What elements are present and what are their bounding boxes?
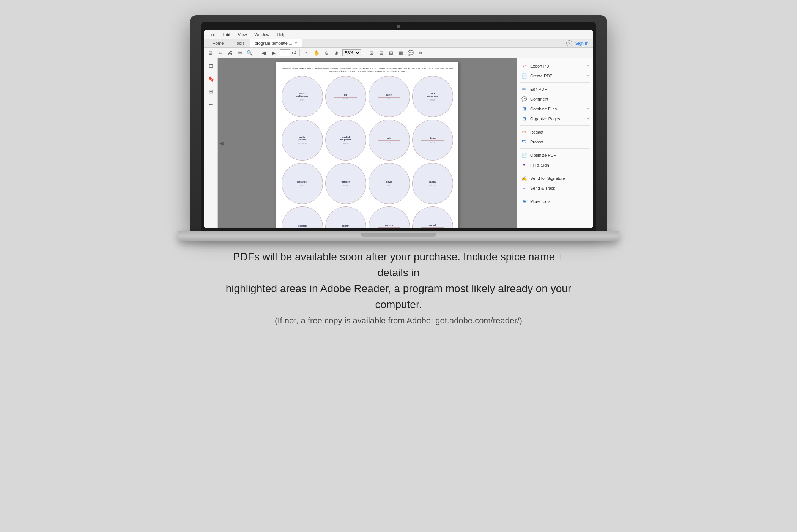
tool-icon-export-pdf: ↗ — [521, 63, 527, 69]
tab-document[interactable]: program-template-... × — [250, 39, 302, 47]
zoom-in-icon[interactable]: ⊕ — [332, 49, 340, 57]
menu-view[interactable]: View — [236, 31, 249, 38]
spice-type: HERB — [343, 185, 348, 186]
spice-name: sea salt — [429, 224, 436, 227]
email-icon[interactable]: ✉ — [236, 49, 244, 57]
menu-edit[interactable]: Edit — [222, 31, 232, 38]
tool-label: Combine Files — [530, 107, 584, 111]
tool-item-organize-pages[interactable]: ⊡Organize Pages▾ — [517, 114, 593, 124]
sidebar-signatures-icon[interactable]: ✒ — [206, 100, 216, 109]
tool-item-protect[interactable]: 🛡Protect — [517, 137, 593, 147]
tool-divider — [520, 148, 590, 149]
spice-divider-line — [421, 99, 444, 99]
back-icon[interactable]: ↩ — [216, 49, 224, 57]
spice-name: parsley — [429, 181, 436, 183]
menu-help[interactable]: Help — [275, 31, 287, 38]
spice-type: HERB — [430, 185, 435, 186]
tool-icon-send-for-signature: ✍ — [521, 175, 527, 181]
spice-label: garlic powderSEASONING — [282, 120, 323, 161]
tool-item-send-&-track[interactable]: →Send & Track — [517, 183, 593, 193]
spice-label: crushed red pepperSPICE — [325, 120, 367, 161]
menu-bar: File Edit View Window Help — [204, 30, 593, 39]
spice-label: dillHERB — [325, 76, 367, 117]
spice-type: SPICE — [343, 143, 348, 145]
laptop-screen: File Edit View Window Help Home Tools pr… — [201, 22, 596, 231]
zoom-select[interactable]: 58% — [342, 49, 361, 56]
compare-icon[interactable]: ⊟ — [387, 49, 395, 57]
tool-item-export-pdf[interactable]: ↗Export PDF▾ — [517, 61, 593, 71]
snapshot-icon[interactable]: ⊞ — [377, 49, 385, 57]
tab-home[interactable]: Home — [207, 39, 229, 47]
tab-bar: Home Tools program-template-... × ? Sign… — [204, 39, 593, 48]
help-icon[interactable]: ? — [566, 40, 572, 46]
page-nav: / 4 — [280, 49, 296, 56]
bottom-main-line1: PDFs will be available soon after your p… — [216, 249, 581, 281]
spice-grid: ancho chili pepperSPICEdillHERBcuminSPIC… — [282, 76, 453, 228]
spice-divider-line — [291, 99, 313, 99]
camera — [397, 25, 400, 28]
spice-label: parsleyHERB — [412, 163, 454, 204]
search-icon[interactable]: 🔍 — [246, 49, 254, 57]
draw-icon[interactable]: ✏ — [417, 49, 424, 57]
sign-in-button[interactable]: Sign In — [575, 41, 588, 46]
divider-1 — [257, 49, 257, 56]
tool-item-send-for-signature[interactable]: ✍Send for Signature — [517, 173, 593, 183]
spice-name: garlic powder — [298, 136, 306, 141]
page-number-input[interactable] — [280, 49, 290, 56]
sidebar-pages-icon[interactable]: ⊡ — [206, 61, 216, 70]
tool-item-edit-pdf[interactable]: ✏Edit PDF — [517, 84, 593, 94]
spice-divider-line — [421, 184, 444, 184]
pdf-viewer[interactable]: ◀ Download to your desktop, open in Acro… — [218, 58, 517, 228]
spice-type: SPICE — [300, 99, 305, 101]
pdf-nav-left[interactable]: ◀ — [219, 140, 224, 146]
pdf-page: Download to your desktop, open in Acroba… — [276, 62, 458, 228]
prev-page-icon[interactable]: ◀ — [260, 49, 268, 57]
tool-label: Redact — [530, 130, 589, 134]
page-icon[interactable]: ⊟ — [206, 49, 214, 57]
tool-item-more-tools[interactable]: ⊕More Tools — [517, 197, 593, 206]
tool-item-fill-&-sign[interactable]: ✒Fill & Sign — [517, 160, 593, 170]
menu-file[interactable]: File — [207, 31, 217, 38]
tool-item-redact[interactable]: ✂Redact — [517, 127, 593, 137]
spice-divider-line — [334, 97, 357, 98]
acrobat-app: File Edit View Window Help Home Tools pr… — [204, 30, 593, 228]
sidebar-layers-icon[interactable]: ⊞ — [206, 87, 216, 96]
tab-close-button[interactable]: × — [295, 41, 297, 46]
spice-type: SPICE — [387, 142, 392, 143]
spice-name: cumin — [386, 94, 392, 96]
tool-item-combine-files[interactable]: ⊞Combine Files▾ — [517, 104, 593, 114]
fit-page-icon[interactable]: ⊡ — [367, 49, 375, 57]
right-tools-panel: ↗Export PDF▾📄Create PDF▾✏Edit PDF💬Commen… — [517, 58, 593, 228]
accessibility-icon[interactable]: ⊠ — [397, 49, 405, 57]
spice-label: thymeHERB — [412, 120, 454, 161]
comment-icon[interactable]: 💬 — [407, 49, 414, 57]
menu-window[interactable]: Window — [253, 31, 271, 38]
spice-divider-line — [291, 142, 313, 142]
spice-label: saffron — [325, 206, 367, 228]
tab-tools[interactable]: Tools — [229, 39, 250, 47]
tool-item-create-pdf[interactable]: 📄Create PDF▾ — [517, 71, 593, 81]
tool-divider — [520, 195, 590, 195]
spice-name: ancho chili pepper — [296, 92, 308, 98]
print-icon[interactable]: 🖨 — [226, 49, 234, 57]
zoom-out-icon[interactable]: ⊖ — [323, 49, 330, 57]
hand-tool[interactable]: ✋ — [313, 49, 320, 57]
spice-type: HERB — [343, 98, 348, 99]
spice-name: black peppercorn — [427, 92, 438, 98]
spice-label: rosemary — [282, 206, 323, 228]
page-total: / 4 — [292, 50, 296, 55]
tool-item-optimize-pdf[interactable]: 📄Optimize PDF — [517, 150, 593, 160]
tool-divider — [520, 172, 590, 172]
sidebar-bookmarks-icon[interactable]: 🔖 — [206, 74, 216, 83]
tool-chevron-icon: ▾ — [587, 107, 589, 111]
spice-name: dill — [344, 94, 347, 96]
spice-label: clovesSPICE — [369, 163, 410, 204]
spice-divider-line — [334, 142, 357, 142]
tool-icon-organize-pages: ⊡ — [521, 116, 527, 122]
tool-label: Send & Track — [530, 186, 589, 190]
spice-label: cayenneSPICE — [369, 206, 410, 228]
next-page-icon[interactable]: ▶ — [270, 49, 277, 57]
select-tool[interactable]: ↖ — [303, 49, 310, 57]
tool-item-comment[interactable]: 💬Comment — [517, 94, 593, 104]
tool-icon-fill-&-sign: ✒ — [521, 162, 527, 168]
